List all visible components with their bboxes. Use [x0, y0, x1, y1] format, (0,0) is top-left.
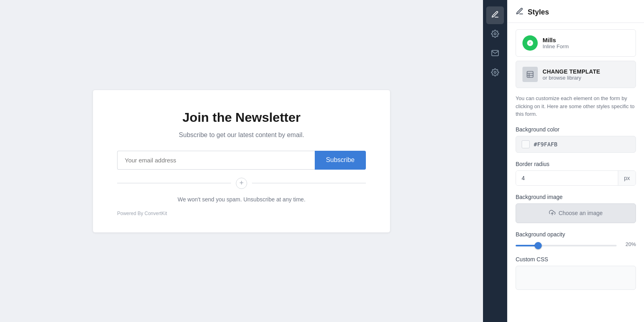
sidebar-nav	[483, 0, 507, 322]
change-template-text: CHANGE TEMPLATE or browse library	[543, 68, 629, 81]
change-template-subtitle: or browse library	[543, 75, 629, 81]
svg-rect-2	[527, 72, 533, 78]
opacity-row: 20%	[516, 241, 636, 248]
panel-body: Mills Inline Form CHANGE TEMPLATE or bro…	[508, 23, 644, 322]
divider-right	[252, 183, 366, 183]
color-value: #F9FAFB	[534, 141, 557, 148]
styles-nav-icon	[491, 10, 499, 21]
change-template-title: CHANGE TEMPLATE	[543, 68, 629, 75]
opacity-value: 20%	[621, 241, 636, 247]
opacity-slider[interactable]	[516, 245, 617, 246]
template-info: Mills Inline Form	[543, 37, 629, 49]
color-swatch	[522, 140, 530, 148]
panel-title: Styles	[528, 8, 549, 16]
change-template-card[interactable]: CHANGE TEMPLATE or browse library	[516, 61, 636, 88]
custom-css-label: Custom CSS	[516, 256, 636, 263]
choose-image-label: Choose an image	[559, 210, 603, 216]
integrations-nav-icon	[491, 68, 499, 78]
divider-row: +	[117, 178, 366, 189]
template-avatar	[522, 35, 538, 51]
bg-opacity-label: Background opacity	[516, 231, 636, 238]
nav-item-styles[interactable]	[486, 6, 504, 24]
svg-point-1	[494, 71, 496, 73]
panel-header: Styles	[508, 0, 644, 23]
border-radius-input[interactable]	[516, 171, 618, 185]
anti-spam-text: We won't send you spam. Unsubscribe at a…	[117, 196, 366, 203]
custom-css-textarea[interactable]	[516, 266, 636, 290]
upload-icon	[549, 209, 555, 217]
styles-header-icon	[516, 7, 524, 17]
nav-item-email[interactable]	[486, 45, 504, 63]
color-picker[interactable]: #F9FAFB	[516, 136, 636, 153]
form-subtitle: Subscribe to get our latest content by e…	[117, 131, 366, 139]
border-radius-unit: px	[618, 171, 636, 185]
subscribe-button[interactable]: Subscribe	[315, 151, 366, 170]
bg-image-label: Background image	[516, 194, 636, 200]
choose-image-button[interactable]: Choose an image	[516, 203, 636, 223]
template-card[interactable]: Mills Inline Form	[516, 29, 636, 57]
divider-left	[117, 183, 231, 183]
form-title: Join the Newsletter	[117, 110, 366, 125]
right-panel: Styles Mills Inline Form CHANGE TEM	[507, 0, 644, 322]
template-name: Mills	[543, 37, 629, 43]
powered-by-text: Powered By ConvertKit	[117, 211, 366, 216]
border-radius-label: Border radius	[516, 161, 636, 167]
preview-area: Join the Newsletter Subscribe to get our…	[0, 0, 483, 322]
styles-description: You can customize each element on the fo…	[516, 94, 636, 118]
bg-color-label: Background color	[516, 126, 636, 133]
form-row: Subscribe	[117, 151, 366, 170]
settings-nav-icon	[491, 30, 499, 40]
template-doc-icon	[522, 67, 538, 82]
email-input[interactable]	[117, 151, 315, 170]
nav-item-settings[interactable]	[486, 26, 504, 43]
svg-point-0	[494, 33, 496, 35]
template-type: Inline Form	[543, 43, 629, 49]
add-element-button[interactable]: +	[236, 178, 247, 189]
opacity-slider-container	[516, 241, 617, 248]
nav-item-integrations[interactable]	[486, 64, 504, 82]
form-card: Join the Newsletter Subscribe to get our…	[93, 90, 390, 233]
email-nav-icon	[491, 49, 499, 59]
border-radius-input-group: px	[516, 170, 636, 186]
